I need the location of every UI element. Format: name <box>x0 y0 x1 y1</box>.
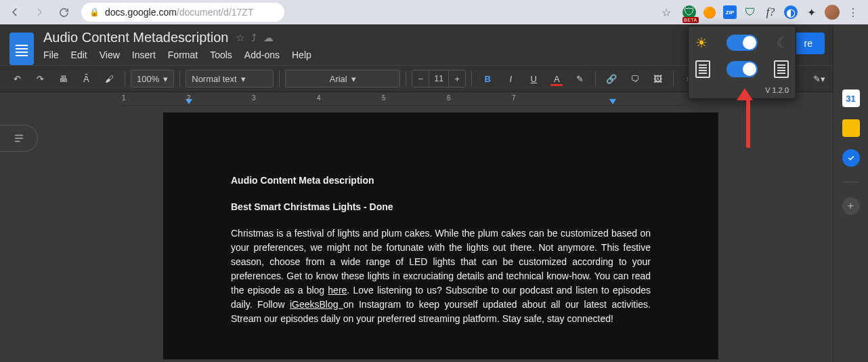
font-size-value[interactable]: 11 <box>429 71 449 86</box>
outline-toggle-button[interactable] <box>0 125 38 152</box>
profile-avatar[interactable] <box>825 5 840 20</box>
menu-format[interactable]: Format <box>168 49 198 60</box>
adblock-extension-icon[interactable]: 🛡 <box>743 5 757 19</box>
move-icon[interactable]: ⤴ <box>251 32 257 43</box>
extension-version: V 1.2.0 <box>765 86 789 94</box>
add-panel-button[interactable]: + <box>842 197 860 215</box>
font-size-control: − 11 + <box>412 70 466 87</box>
ruler-tick-label: 6 <box>447 94 451 102</box>
chevron-down-icon: ▾ <box>163 74 168 84</box>
spellcheck-button[interactable]: Ᾱ <box>76 68 96 89</box>
doc-body: Christmas is a festival of lights and pl… <box>231 226 651 326</box>
analyze-extension-icon[interactable]: 🟠 <box>703 5 716 19</box>
ruler-tick-label: 2 <box>187 94 191 102</box>
redo-button[interactable]: ↷ <box>30 68 50 89</box>
whatfont-extension-icon[interactable]: f? <box>764 5 777 19</box>
editor-workspace: Audio Content Meta description Best Smar… <box>0 106 868 359</box>
browser-menu-icon[interactable]: ⋮ <box>846 5 860 19</box>
menu-file[interactable]: File <box>43 49 59 60</box>
menu-insert[interactable]: Insert <box>132 49 156 60</box>
ruler-tick-label: 1 <box>122 94 126 102</box>
insert-image-button[interactable]: 🖼 <box>647 68 668 89</box>
page-toggle[interactable] <box>726 61 758 77</box>
font-select[interactable]: Arial ▾ <box>285 70 400 87</box>
document-title[interactable]: Audio Content Metadescription <box>43 30 229 45</box>
print-button[interactable]: 🖶 <box>53 68 73 89</box>
browser-toolbar: 🔒 docs.google.com/document/d/17ZT ☆ 🛡 🟠 … <box>0 0 868 24</box>
doc-heading: Audio Content Meta description <box>231 174 651 188</box>
bold-button[interactable]: B <box>477 68 498 89</box>
moon-icon: ☾ <box>777 35 789 51</box>
calendar-panel-icon[interactable]: 31 <box>842 89 860 107</box>
forward-button[interactable] <box>30 3 49 22</box>
bookmark-star-icon[interactable]: ☆ <box>657 3 676 22</box>
ruler-tick-label: 3 <box>252 94 256 102</box>
menu-addons[interactable]: Add-ons <box>244 49 280 60</box>
italic-button[interactable]: I <box>500 68 521 89</box>
annotation-arrow <box>743 88 753 148</box>
doc-subheading: Best Smart Christmas Lights - Done <box>231 200 651 214</box>
editing-mode-button[interactable]: ✎▾ <box>809 68 829 89</box>
font-size-increase[interactable]: + <box>449 71 465 87</box>
menu-tools[interactable]: Tools <box>210 49 232 60</box>
extension-tray: ☆ 🛡 🟠 ZIP 🛡 f? ◐ ✦ ⋮ <box>657 3 863 22</box>
insert-comment-button[interactable]: 🗨 <box>624 68 645 89</box>
paint-format-button[interactable]: 🖌 <box>99 68 119 89</box>
link-here[interactable]: here <box>328 285 347 296</box>
ruler-tick-label: 5 <box>382 94 386 102</box>
right-indent-marker[interactable] <box>609 99 616 104</box>
docs-logo-icon[interactable] <box>9 33 34 65</box>
paragraph-style-select[interactable]: Normal text ▾ <box>186 70 274 87</box>
rail-separator <box>844 182 859 182</box>
reload-button[interactable] <box>54 3 73 22</box>
lock-icon: 🔒 <box>89 7 100 17</box>
text-color-button[interactable]: A <box>546 68 567 89</box>
dark-doc-icon <box>774 60 789 78</box>
font-size-decrease[interactable]: − <box>412 71 429 87</box>
keep-panel-icon[interactable] <box>842 119 860 137</box>
chevron-down-icon: ▾ <box>351 74 356 84</box>
menu-help[interactable]: Help <box>292 49 311 60</box>
highlight-button[interactable]: ✎ <box>569 68 590 89</box>
zip-extension-icon[interactable]: ZIP <box>723 5 737 19</box>
menu-edit[interactable]: Edit <box>71 49 87 60</box>
side-panel-rail: 31 + <box>833 24 868 362</box>
insert-link-button[interactable]: 🔗 <box>601 68 622 89</box>
horizontal-ruler[interactable]: 1 2 3 4 5 6 7 <box>122 92 684 106</box>
cloud-status-icon[interactable]: ☁ <box>263 32 274 44</box>
darkmode-extension-icon[interactable]: ◐ <box>784 5 798 19</box>
sun-icon: ☀ <box>695 35 708 51</box>
ruler-tick-label: 7 <box>512 94 516 102</box>
extensions-menu-icon[interactable]: ✦ <box>804 5 818 19</box>
theme-toggle[interactable] <box>726 35 758 51</box>
chevron-down-icon: ▾ <box>241 74 246 84</box>
document-page[interactable]: Audio Content Meta description Best Smar… <box>163 113 718 359</box>
underline-button[interactable]: U <box>523 68 544 89</box>
ruler-tick-label: 4 <box>317 94 321 102</box>
link-igeeksblog[interactable]: iGeeksBlog <box>290 299 343 310</box>
back-button[interactable] <box>5 3 24 22</box>
tasks-panel-icon[interactable] <box>842 149 860 167</box>
url-text: docs.google.com/document/d/17ZT <box>105 7 253 18</box>
light-doc-icon <box>695 60 710 78</box>
zoom-select[interactable]: 100% ▾ <box>131 70 174 87</box>
shield-extension-icon[interactable]: 🛡 <box>682 5 696 19</box>
menu-view[interactable]: View <box>100 49 120 60</box>
share-button[interactable]: re <box>792 33 825 54</box>
undo-button[interactable]: ↶ <box>7 68 27 89</box>
address-bar[interactable]: 🔒 docs.google.com/document/d/17ZT <box>81 3 284 22</box>
star-icon[interactable]: ☆ <box>236 32 244 44</box>
